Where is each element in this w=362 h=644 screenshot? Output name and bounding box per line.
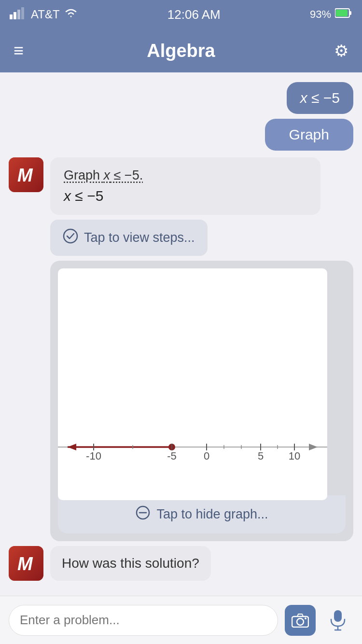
bot-message-bottom: M How was this solution? [9, 546, 353, 581]
hide-icon [135, 505, 151, 524]
title-prefix: Graph [64, 168, 104, 182]
svg-rect-2 [17, 10, 20, 19]
steps-row: Tap to view steps... [50, 220, 353, 256]
microphone-button[interactable] [322, 605, 353, 636]
bot-avatar-bottom: M [9, 546, 43, 581]
graph-inner: -10 -5 0 5 10 [58, 268, 327, 500]
battery-icon [335, 8, 352, 21]
status-bar: AT&T 12:06 AM 93% [0, 0, 362, 29]
hide-graph-label: Tap to hide graph... [156, 507, 268, 522]
time-display: 12:06 AM [167, 7, 221, 22]
wifi-icon [64, 8, 78, 21]
user-bubble-graph: Graph [265, 119, 353, 151]
chat-area: x ≤ −5 Graph M Graph x ≤ −5. x ≤ −5 [0, 72, 362, 603]
view-steps-button[interactable]: Tap to view steps... [50, 220, 208, 256]
app-header: ≡ Algebra ⚙ [0, 29, 362, 72]
hide-graph-button[interactable]: Tap to hide graph... [58, 495, 346, 533]
signal-icon [10, 7, 27, 22]
input-area [0, 596, 362, 644]
svg-rect-5 [349, 11, 351, 15]
svg-text:-10: -10 [86, 450, 101, 462]
user-equation-text: x [300, 90, 307, 106]
settings-button[interactable]: ⚙ [334, 41, 348, 60]
title-expr: x [104, 168, 111, 182]
svg-marker-11 [309, 444, 318, 450]
status-left: AT&T [10, 7, 78, 22]
graph-container: -10 -5 0 5 10 [50, 261, 353, 541]
menu-button[interactable]: ≡ [14, 41, 24, 61]
bot-bubble-title: Graph x ≤ −5. [64, 168, 307, 183]
user-bubble-equation: x ≤ −5 [287, 82, 353, 114]
steps-check-icon [63, 228, 78, 247]
svg-text:0: 0 [204, 450, 209, 462]
svg-rect-34 [334, 610, 342, 622]
bot-avatar: M [9, 157, 43, 192]
bot-message-row: M Graph x ≤ −5. x ≤ −5 [9, 157, 353, 215]
svg-text:10: 10 [289, 450, 300, 462]
user-message-1: x ≤ −5 Graph [9, 82, 353, 151]
svg-rect-3 [21, 7, 24, 19]
battery-percent: 93% [310, 8, 331, 21]
bottom-message-text: How was this solution? [62, 556, 199, 571]
bot-avatar-inner-bottom: M [9, 546, 43, 581]
title-ineq: ≤ −5. [110, 168, 143, 182]
camera-button[interactable] [285, 605, 316, 636]
bot-bubble-bottom: How was this solution? [50, 546, 211, 581]
user-ineq-symbol: ≤ −5 [311, 90, 340, 106]
svg-point-33 [305, 617, 306, 619]
steps-label: Tap to view steps... [84, 230, 195, 245]
svg-point-8 [64, 229, 77, 243]
status-right: 93% [310, 8, 352, 21]
number-line-svg: -10 -5 0 5 10 [58, 428, 327, 466]
svg-text:-5: -5 [167, 450, 177, 462]
svg-text:M: M [17, 165, 33, 185]
problem-input[interactable] [9, 605, 278, 636]
svg-text:M: M [17, 554, 33, 574]
svg-rect-1 [14, 12, 16, 19]
svg-point-32 [297, 618, 304, 625]
bot-bubble-expr: x ≤ −5 [64, 188, 307, 204]
svg-rect-0 [10, 14, 13, 19]
svg-text:5: 5 [258, 450, 264, 462]
page-title: Algebra [147, 41, 215, 61]
bot-avatar-inner: M [9, 157, 43, 192]
user-graph-label: Graph [289, 126, 329, 142]
svg-rect-6 [336, 10, 348, 16]
bot-bubble-main: Graph x ≤ −5. x ≤ −5 [50, 157, 320, 215]
carrier-label: AT&T [31, 8, 60, 21]
